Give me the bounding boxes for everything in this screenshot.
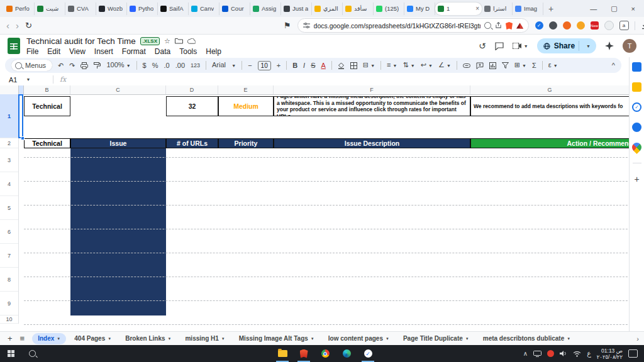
document-title[interactable]: Technical audit for Tech Time <box>26 36 136 46</box>
cell-technical[interactable]: Technical <box>24 96 70 116</box>
calendar-icon[interactable] <box>632 62 641 72</box>
select-all-corner[interactable] <box>0 85 19 94</box>
add-addon-button[interactable]: + <box>634 174 639 184</box>
sheet-tab-menu-icon[interactable]: ▼ <box>221 337 225 341</box>
ext-orange-icon[interactable] <box>563 21 571 30</box>
sheet-tab[interactable]: 404 Pages ▼ <box>69 333 117 344</box>
create-filter-button[interactable] <box>502 62 509 69</box>
name-box-dropdown-icon[interactable]: ▼ <box>26 77 30 82</box>
column-header-g[interactable]: G <box>470 85 629 94</box>
text-wrap-button[interactable]: ↩ ▼ <box>421 57 433 74</box>
sheet-tab-menu-icon[interactable]: ▼ <box>108 337 111 341</box>
menu-item[interactable]: Insert <box>94 47 113 56</box>
column-header-a[interactable] <box>19 85 24 94</box>
window-maximize-button[interactable]: ▢ <box>611 4 617 13</box>
print-button[interactable] <box>80 62 88 69</box>
new-tab-button[interactable]: + <box>548 4 553 14</box>
strikethrough-button[interactable]: S <box>311 58 315 73</box>
header-cell-issue[interactable]: Issue <box>70 138 166 148</box>
add-sheet-button[interactable]: + <box>8 334 13 343</box>
cell-issue-link[interactable]: meta describtons dublicate <box>70 94 166 118</box>
language-indicator[interactable]: ع <box>587 349 591 358</box>
merge-cells-button[interactable]: ⊟ ▼ <box>363 57 375 74</box>
percent-button[interactable]: % <box>152 58 158 73</box>
browser-tab[interactable]: Wozb <box>96 3 127 15</box>
sheet-tabs-scroll-right[interactable]: › <box>636 335 644 343</box>
italic-button[interactable]: I <box>303 58 305 73</box>
ticktick-icon[interactable]: ✓ <box>357 345 379 362</box>
ext-dark-icon[interactable] <box>549 21 557 30</box>
browser-tab[interactable]: استرا <box>482 3 513 15</box>
meet-button[interactable]: ▼ <box>513 43 528 49</box>
column-header-c[interactable]: C <box>70 85 166 94</box>
sheet-tab[interactable]: Page Title Duplicate ▼ <box>397 333 475 344</box>
number-format-button[interactable]: 123 <box>191 58 200 73</box>
tab-close-icon[interactable]: × <box>475 5 479 12</box>
zoom-select[interactable]: 100% ▼ <box>106 57 130 74</box>
browser-tab[interactable]: Canv <box>189 3 219 15</box>
text-rotation-button[interactable]: ∠ ▼ <box>438 57 451 74</box>
sheet-body[interactable]: Technical Issue # of URLs Priority Issue… <box>0 94 629 324</box>
redo-button[interactable]: ↷ <box>69 58 75 73</box>
gemini-icon[interactable] <box>605 41 614 50</box>
window-minimize-button[interactable]: — <box>590 5 597 13</box>
undo-button[interactable]: ↶ <box>58 58 64 73</box>
paint-format-button[interactable] <box>94 62 101 69</box>
all-sheets-button[interactable]: ≡ <box>20 334 25 343</box>
column-header-e[interactable]: E <box>218 85 274 94</box>
menu-item[interactable]: Format <box>122 47 146 56</box>
sheet-tab-menu-icon[interactable]: ▼ <box>465 337 469 341</box>
menu-item[interactable]: Tools <box>179 47 197 56</box>
browser-tab[interactable]: شيت <box>35 3 65 15</box>
browser-tab[interactable]: المزي <box>312 3 343 15</box>
sheet-tab[interactable]: missing H1 ▼ <box>179 333 230 344</box>
browser-tab[interactable]: Perfo <box>4 3 35 15</box>
sheet-tab-menu-icon[interactable]: ▼ <box>168 337 172 341</box>
cell-url-count[interactable]: 32 <box>166 96 218 116</box>
bold-button[interactable]: B <box>292 58 297 73</box>
browser-tab[interactable]: Pytho <box>127 3 158 15</box>
share-icon[interactable] <box>495 22 502 29</box>
insert-chart-button[interactable] <box>489 62 496 69</box>
sheet-tab-menu-icon[interactable]: ▼ <box>567 337 570 341</box>
browser-tab[interactable]: SaifA <box>158 3 189 15</box>
menu-item[interactable]: Data <box>155 47 170 56</box>
bookmark-icon[interactable]: ⚑ <box>284 21 291 30</box>
menu-item[interactable]: File <box>26 47 38 56</box>
font-size-input[interactable]: 10 <box>258 61 271 70</box>
browser-tab[interactable]: Assig <box>250 3 281 15</box>
wifi-icon[interactable] <box>573 351 581 357</box>
move-folder-icon[interactable] <box>175 38 183 44</box>
keep-icon[interactable] <box>632 82 641 92</box>
collapse-toolbar-button[interactable]: ^ <box>612 58 615 73</box>
menu-item[interactable]: Edit <box>47 47 60 56</box>
menu-item[interactable]: Help <box>206 47 221 56</box>
sheet-tab-menu-icon[interactable]: ▼ <box>57 337 60 341</box>
ext-a-icon[interactable]: a <box>619 21 629 30</box>
menu-item[interactable]: View <box>69 47 86 56</box>
functions-button[interactable]: ε ▼ <box>548 57 558 74</box>
window-close-button[interactable]: × <box>631 5 635 13</box>
forward-button[interactable]: › <box>16 20 19 31</box>
chrome-icon[interactable] <box>314 345 336 362</box>
speaker-icon[interactable] <box>560 350 567 357</box>
sheet-tab[interactable]: meta describtons dublicate ▼ <box>477 333 576 344</box>
insert-link-button[interactable] <box>463 63 470 68</box>
insert-comment-button[interactable] <box>476 62 484 69</box>
browser-tab[interactable]: Just a <box>281 3 312 15</box>
sheet-tab[interactable]: Index ▼ <box>32 333 66 344</box>
browser-tab[interactable]: Cour <box>219 3 250 15</box>
sum-button[interactable]: Σ <box>532 58 536 73</box>
reload-button[interactable]: ↻ <box>25 21 32 30</box>
sheet-tab-menu-icon[interactable]: ▼ <box>386 337 389 341</box>
browser-tab[interactable]: سأفد <box>343 3 374 15</box>
column-header-b[interactable]: B <box>24 85 70 94</box>
browser-tab[interactable]: (125) <box>374 3 404 15</box>
vertical-align-button[interactable]: ⇅ ▼ <box>403 57 415 74</box>
increase-decimal-button[interactable]: .00 <box>175 58 185 73</box>
spreadsheet-grid[interactable]: B C D E F G 1 2 3 4 5 6 7 8 9 10 <box>0 85 629 331</box>
sheet-tab[interactable]: low content pages ▼ <box>323 333 395 344</box>
cell-description[interactable]: Pages which have a missing meta descript… <box>274 96 470 116</box>
tray-expand-icon[interactable]: ∧ <box>523 350 528 357</box>
display-icon[interactable] <box>533 351 541 357</box>
